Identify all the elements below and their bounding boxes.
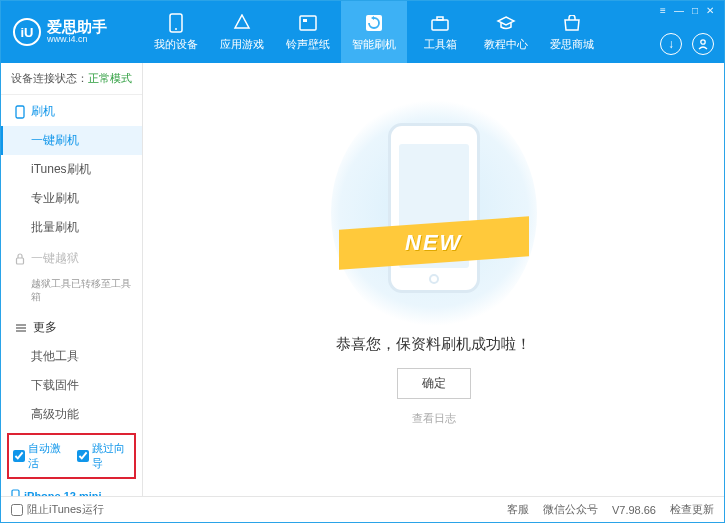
graduation-icon	[496, 13, 516, 33]
logo-icon: iU	[13, 18, 41, 46]
main-content: NEW 恭喜您，保资料刷机成功啦！ 确定 查看日志	[143, 63, 724, 496]
svg-point-7	[701, 40, 705, 44]
nav-label: 工具箱	[424, 37, 457, 52]
footer-wechat[interactable]: 微信公众号	[543, 502, 598, 517]
svg-rect-9	[17, 258, 24, 264]
lock-icon	[15, 253, 25, 265]
svg-point-1	[175, 28, 177, 30]
nav-label: 智能刷机	[352, 37, 396, 52]
close-button[interactable]: ✕	[706, 5, 714, 16]
app-title: 爱思助手	[47, 19, 107, 36]
group-label: 更多	[33, 319, 57, 336]
group-label: 刷机	[31, 103, 55, 120]
group-label: 一键越狱	[31, 250, 79, 267]
status-bar: 阻止iTunes运行 客服 微信公众号 V7.98.66 检查更新	[1, 496, 724, 522]
connection-status: 设备连接状态：正常模式	[1, 63, 142, 95]
sidebar-item-other[interactable]: 其他工具	[1, 342, 142, 371]
app-url: www.i4.cn	[47, 35, 107, 45]
toolbox-icon	[430, 13, 450, 33]
logo: iU 爱思助手 www.i4.cn	[1, 18, 143, 46]
checkbox-block-itunes[interactable]: 阻止iTunes运行	[11, 502, 104, 517]
checkbox-skip-guide[interactable]: 跳过向导	[77, 441, 131, 471]
download-icon[interactable]: ↓	[660, 33, 682, 55]
nav-store[interactable]: 爱思商城	[539, 1, 605, 63]
footer-version: V7.98.66	[612, 504, 656, 516]
nav-apps[interactable]: 应用游戏	[209, 1, 275, 63]
status-value: 正常模式	[88, 72, 132, 84]
flash-options-highlight: 自动激活 跳过向导	[7, 433, 136, 479]
nav-label: 爱思商城	[550, 37, 594, 52]
sidebar-item-advanced[interactable]: 高级功能	[1, 400, 142, 429]
apps-icon	[232, 13, 252, 33]
svg-rect-5	[432, 20, 448, 30]
checkbox-auto-activate[interactable]: 自动激活	[13, 441, 67, 471]
svg-rect-6	[437, 17, 443, 20]
window-controls: ≡ — □ ✕	[660, 5, 714, 16]
footer-service[interactable]: 客服	[507, 502, 529, 517]
success-message: 恭喜您，保资料刷机成功啦！	[336, 335, 531, 354]
checkbox-input[interactable]	[11, 504, 23, 516]
main-nav: 我的设备 应用游戏 铃声壁纸 智能刷机 工具箱 教程中心	[143, 1, 660, 63]
nav-label: 我的设备	[154, 37, 198, 52]
store-icon	[562, 13, 582, 33]
sidebar-group-more[interactable]: 更多	[1, 311, 142, 342]
title-bar: iU 爱思助手 www.i4.cn 我的设备 应用游戏 铃声壁纸 智能刷机	[1, 1, 724, 63]
maximize-button[interactable]: □	[692, 5, 698, 16]
phone-icon	[166, 13, 186, 33]
device-card[interactable]: iPhone 12 mini 64GB Down-12mini-13,1	[1, 483, 142, 496]
phone-icon	[11, 489, 20, 496]
success-illustration: NEW	[349, 113, 519, 313]
minimize-button[interactable]: —	[674, 5, 684, 16]
sidebar-item-oneclick[interactable]: 一键刷机	[1, 126, 142, 155]
svg-rect-2	[300, 16, 316, 30]
menu-icon[interactable]: ≡	[660, 5, 666, 16]
svg-rect-3	[303, 19, 307, 22]
jailbreak-note: 越狱工具已转移至工具箱	[1, 273, 142, 311]
checkbox-input[interactable]	[77, 450, 89, 462]
footer-update[interactable]: 检查更新	[670, 502, 714, 517]
status-label: 设备连接状态：	[11, 72, 88, 84]
svg-rect-8	[16, 106, 24, 118]
user-icon[interactable]	[692, 33, 714, 55]
refresh-icon	[364, 13, 384, 33]
ok-button[interactable]: 确定	[397, 368, 471, 399]
nav-ringtones[interactable]: 铃声壁纸	[275, 1, 341, 63]
sidebar-item-itunes[interactable]: iTunes刷机	[1, 155, 142, 184]
checkbox-input[interactable]	[13, 450, 25, 462]
menu-icon	[15, 323, 27, 333]
checkbox-label: 跳过向导	[92, 441, 131, 471]
sidebar-group-jailbreak: 一键越狱	[1, 242, 142, 273]
nav-toolbox[interactable]: 工具箱	[407, 1, 473, 63]
nav-my-device[interactable]: 我的设备	[143, 1, 209, 63]
phone-icon	[15, 105, 25, 119]
ribbon-text: NEW	[405, 230, 462, 256]
app-window: iU 爱思助手 www.i4.cn 我的设备 应用游戏 铃声壁纸 智能刷机	[0, 0, 725, 523]
nav-flash[interactable]: 智能刷机	[341, 1, 407, 63]
checkbox-label: 阻止iTunes运行	[27, 502, 104, 517]
sidebar-item-pro[interactable]: 专业刷机	[1, 184, 142, 213]
checkbox-label: 自动激活	[28, 441, 67, 471]
nav-label: 教程中心	[484, 37, 528, 52]
view-log-link[interactable]: 查看日志	[412, 411, 456, 426]
nav-label: 铃声壁纸	[286, 37, 330, 52]
sidebar-item-firmware[interactable]: 下载固件	[1, 371, 142, 400]
nav-label: 应用游戏	[220, 37, 264, 52]
sidebar: 设备连接状态：正常模式 刷机 一键刷机 iTunes刷机 专业刷机 批量刷机 一…	[1, 63, 143, 496]
nav-tutorials[interactable]: 教程中心	[473, 1, 539, 63]
wallpaper-icon	[298, 13, 318, 33]
sidebar-item-batch[interactable]: 批量刷机	[1, 213, 142, 242]
sidebar-group-flash[interactable]: 刷机	[1, 95, 142, 126]
